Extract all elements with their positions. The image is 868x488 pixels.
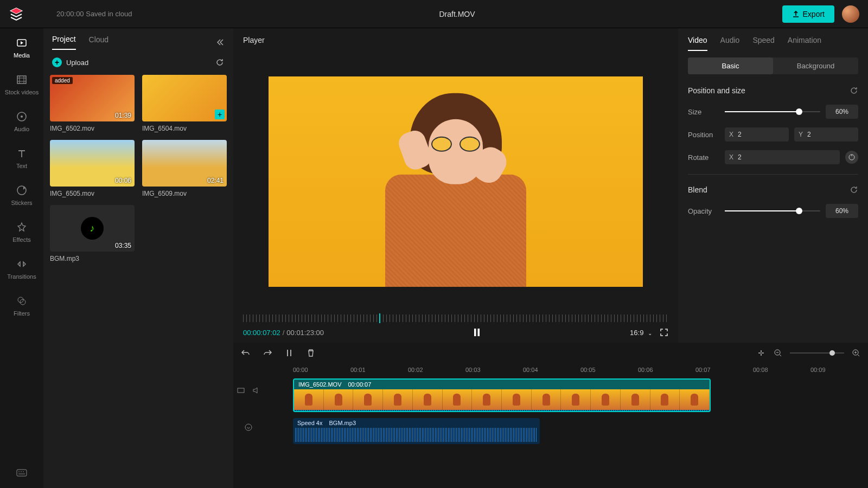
zoom-out-button[interactable] xyxy=(774,349,782,357)
save-status: 20:00:00 Saved in cloud xyxy=(56,10,132,18)
rail-transitions[interactable]: Transitions xyxy=(0,256,43,282)
tab-animation[interactable]: Animation xyxy=(788,36,821,51)
subtab-basic[interactable]: Basic xyxy=(688,57,773,74)
media-item[interactable]: ♪ 03:35 BGM.mp3 xyxy=(50,205,135,262)
ruler-tick: 00:04 xyxy=(523,367,580,373)
left-rail: Media Stock videos Audio Text Stickers E… xyxy=(0,28,43,488)
rail-text-label: Text xyxy=(16,163,27,169)
refresh-button[interactable] xyxy=(215,57,225,67)
size-slider[interactable] xyxy=(725,111,820,112)
video-clip[interactable]: IMG_6502.MOV 00:00:07 xyxy=(293,378,711,412)
rail-filters[interactable]: Filters xyxy=(0,293,43,319)
video-preview[interactable] xyxy=(233,52,678,311)
audio-track-icon[interactable] xyxy=(244,423,253,432)
media-item[interactable]: added 01:39 IMG_6502.mov xyxy=(50,75,135,132)
y-label: Y xyxy=(799,131,803,138)
reset-icon xyxy=(850,86,858,95)
rotate-axis: X xyxy=(729,153,733,161)
media-item[interactable]: 00:06 IMG_6505.mov xyxy=(50,140,135,197)
media-filename: BGM.mp3 xyxy=(50,255,135,262)
reset-button[interactable] xyxy=(850,185,858,194)
audio-clip[interactable]: Speed 4x BGM.mp3 xyxy=(293,418,540,444)
aspect-ratio-selector[interactable]: 16:9 ⌄ xyxy=(630,329,652,337)
rail-transitions-label: Transitions xyxy=(7,273,36,280)
upload-button[interactable]: + Upload xyxy=(52,57,88,67)
size-value[interactable]: 60% xyxy=(826,105,858,119)
fullscreen-button[interactable] xyxy=(660,328,668,337)
redo-icon xyxy=(263,348,272,358)
rotate-dial[interactable] xyxy=(845,151,858,164)
timeline-ruler[interactable]: 00:00 00:01 00:02 00:03 00:04 00:05 00:0… xyxy=(233,363,868,376)
position-x-input[interactable]: X2 xyxy=(725,127,789,142)
section-position-size: Position and size xyxy=(678,81,868,100)
ruler-tick: 00:00 xyxy=(293,367,350,373)
svg-point-3 xyxy=(21,115,23,118)
add-media-button[interactable]: + xyxy=(215,110,225,119)
tab-cloud[interactable]: Cloud xyxy=(89,35,109,49)
zoom-in-button[interactable] xyxy=(852,349,860,357)
undo-icon xyxy=(241,348,251,358)
audio-track: Speed 4x BGM.mp3 xyxy=(263,414,868,445)
subtab-background[interactable]: Background xyxy=(773,57,858,74)
tab-audio[interactable]: Audio xyxy=(720,36,740,51)
collapse-panel-button[interactable] xyxy=(216,38,225,47)
tab-video[interactable]: Video xyxy=(688,36,707,51)
tab-project[interactable]: Project xyxy=(52,35,76,50)
upload-label: Upload xyxy=(66,59,88,67)
tab-speed[interactable]: Speed xyxy=(752,36,774,51)
user-avatar[interactable] xyxy=(842,5,859,23)
upload-row: + Upload xyxy=(43,50,233,75)
zoom-slider[interactable] xyxy=(790,352,844,354)
playhead-marker[interactable] xyxy=(379,313,380,323)
fullscreen-icon xyxy=(660,328,668,337)
export-label: Export xyxy=(803,10,825,18)
delete-button[interactable] xyxy=(306,348,316,358)
added-badge: added xyxy=(52,77,73,84)
property-tabs: Video Audio Speed Animation xyxy=(678,28,868,51)
divider xyxy=(688,174,858,175)
chevron-left-double-icon xyxy=(216,38,225,47)
stock-icon xyxy=(16,74,28,86)
undo-button[interactable] xyxy=(241,348,251,358)
svg-rect-1 xyxy=(17,76,26,84)
rail-stock-videos[interactable]: Stock videos xyxy=(0,72,43,98)
rail-effects-label: Effects xyxy=(12,236,30,243)
topbar: 20:00:00 Saved in cloud Draft.MOV Export xyxy=(0,0,868,28)
video-track-icon[interactable] xyxy=(237,386,245,395)
svg-rect-8 xyxy=(474,329,476,336)
rail-text[interactable]: Text xyxy=(0,145,43,171)
snap-button[interactable] xyxy=(756,348,766,358)
opacity-value[interactable]: 60% xyxy=(826,204,858,218)
ruler-tick: 00:03 xyxy=(465,367,523,373)
split-button[interactable] xyxy=(284,348,294,358)
rail-keyboard[interactable] xyxy=(0,466,43,479)
time-total: 00:01:23:00 xyxy=(286,329,324,337)
mute-toggle[interactable] xyxy=(252,386,260,395)
rail-media[interactable]: Media xyxy=(0,35,43,61)
app-logo xyxy=(9,7,24,22)
player-title: Player xyxy=(233,28,678,52)
position-label: Position xyxy=(688,131,719,139)
reset-button[interactable] xyxy=(850,86,858,95)
rail-audio[interactable]: Audio xyxy=(0,108,43,134)
rail-effects[interactable]: Effects xyxy=(0,219,43,245)
player-controls: 00:00:07:02 / 00:01:23:00 16:9 ⌄ xyxy=(233,322,678,343)
y-value: 2 xyxy=(807,131,811,138)
pause-button[interactable] xyxy=(472,328,482,337)
media-item[interactable]: 02:41 IMG_6509.mov xyxy=(142,140,227,197)
split-icon xyxy=(284,348,294,358)
clip-name: BGM.mp3 xyxy=(329,420,356,426)
position-y-input[interactable]: Y2 xyxy=(794,127,858,142)
rail-stickers[interactable]: Stickers xyxy=(0,182,43,208)
ruler-tick: 00:07 xyxy=(695,367,753,373)
redo-button[interactable] xyxy=(263,348,272,358)
progress-ruler[interactable] xyxy=(243,314,668,322)
media-item[interactable]: + IMG_6504.mov xyxy=(142,75,227,132)
size-label: Size xyxy=(688,108,719,116)
export-button[interactable]: Export xyxy=(782,5,834,23)
ruler-tick: 00:06 xyxy=(638,367,695,373)
rotate-input[interactable]: X2 xyxy=(725,150,840,164)
opacity-slider[interactable] xyxy=(725,210,820,211)
media-filename: IMG_6502.mov xyxy=(50,125,135,132)
plus-icon: + xyxy=(52,57,62,67)
